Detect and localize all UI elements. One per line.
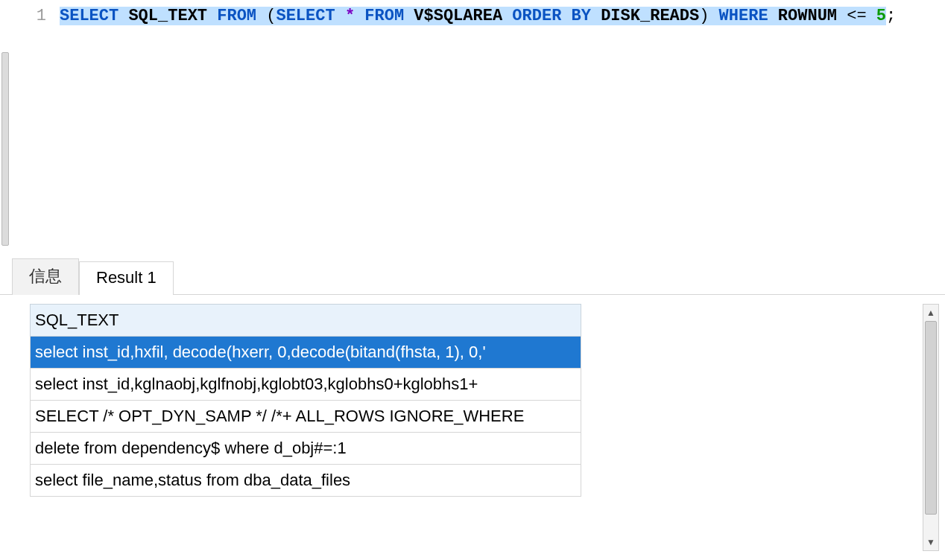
sql-token: <=: [837, 7, 876, 25]
editor-gutter: 1: [11, 0, 60, 259]
sql-token: [709, 7, 718, 25]
table-row[interactable]: select inst_id,hxfil, decode(hxerr, 0,de…: [30, 337, 581, 369]
sql-token: SELECT: [276, 7, 335, 25]
sql-token: [502, 7, 512, 25]
sql-token: [118, 7, 128, 25]
editor-left-scrollbar-thumb[interactable]: [1, 52, 9, 246]
result-vertical-scrollbar[interactable]: ▲ ▼: [923, 304, 939, 551]
sql-token: ): [699, 7, 709, 25]
result-grid[interactable]: SQL_TEXT select inst_id,hxfil, decode(hx…: [30, 304, 581, 560]
sql-token: SQL_TEXT: [128, 7, 207, 25]
sql-editor-pane: 1 SELECT SQL_TEXT FROM (SELECT * FROM V$…: [0, 0, 945, 259]
table-row[interactable]: select file_name,status from dba_data_fi…: [30, 465, 581, 497]
sql-token: BY: [572, 7, 591, 25]
editor-left-scrollbar[interactable]: [0, 0, 11, 259]
scrollbar-track[interactable]: [923, 321, 938, 534]
sql-token: DISK_READS: [601, 7, 699, 25]
scrollbar-thumb[interactable]: [925, 321, 937, 515]
row-marker-column: [15, 304, 30, 560]
sql-token: ORDER: [512, 7, 561, 25]
table-row[interactable]: SELECT /* OPT_DYN_SAMP */ /*+ ALL_ROWS I…: [30, 401, 581, 433]
table-row[interactable]: delete from dependency$ where d_obj#=:1: [30, 433, 581, 465]
sql-token: [256, 7, 266, 25]
sql-token: V$SQLAREA: [414, 7, 502, 25]
sql-token: FROM: [217, 7, 256, 25]
result-area: SQL_TEXT select inst_id,hxfil, decode(hx…: [0, 295, 945, 560]
sql-client-window: 1 SELECT SQL_TEXT FROM (SELECT * FROM V$…: [0, 0, 945, 560]
sql-token: *: [345, 7, 355, 25]
result-tabs: 信息 Result 1: [0, 259, 945, 295]
sql-token: ;: [886, 7, 896, 25]
result-grid-body: select inst_id,hxfil, decode(hxerr, 0,de…: [30, 337, 581, 497]
sql-token: [355, 7, 364, 25]
sql-token: [561, 7, 571, 25]
sql-editor[interactable]: SELECT SQL_TEXT FROM (SELECT * FROM V$SQ…: [60, 0, 945, 259]
tab-info[interactable]: 信息: [12, 258, 79, 295]
sql-token: [404, 7, 414, 25]
sql-token: WHERE: [719, 7, 768, 25]
table-row[interactable]: select inst_id,kglnaobj,kglfnobj,kglobt0…: [30, 369, 581, 401]
column-header-sql-text[interactable]: SQL_TEXT: [30, 304, 581, 337]
scroll-down-arrow-icon[interactable]: ▼: [923, 534, 938, 550]
line-number: 1: [11, 6, 60, 27]
sql-token: (: [266, 7, 276, 25]
sql-token: [207, 7, 217, 25]
scroll-up-arrow-icon[interactable]: ▲: [923, 305, 938, 321]
sql-token: FROM: [364, 7, 404, 25]
sql-token: 5: [876, 7, 886, 25]
sql-token: [768, 7, 778, 25]
sql-token: [591, 7, 601, 25]
sql-token: ROWNUM: [778, 7, 837, 25]
sql-token: SELECT: [60, 7, 118, 25]
tab-result-1[interactable]: Result 1: [79, 261, 174, 295]
sql-token: [335, 7, 345, 25]
